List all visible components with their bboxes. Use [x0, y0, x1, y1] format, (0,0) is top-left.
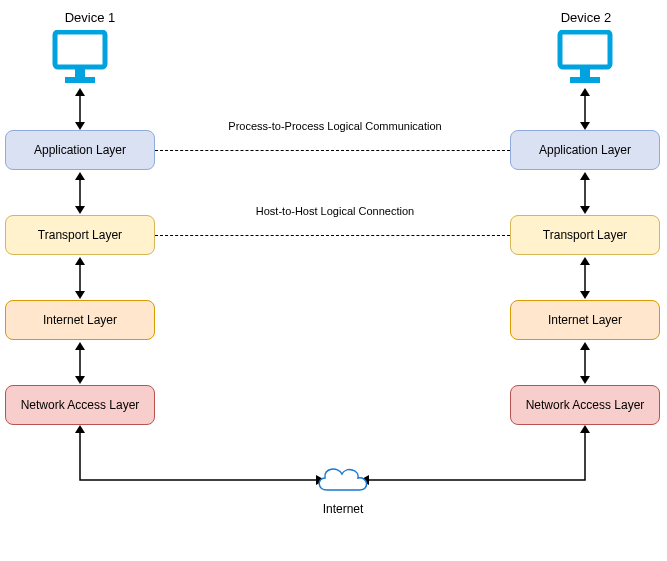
svg-rect-5: [570, 77, 600, 83]
svg-marker-32: [580, 425, 590, 433]
svg-marker-23: [580, 206, 590, 214]
svg-rect-3: [560, 32, 610, 67]
layer-label: Network Access Layer: [21, 398, 140, 412]
monitor-icon: [555, 30, 615, 85]
layer-network-d2: Network Access Layer: [510, 385, 660, 425]
svg-marker-29: [580, 376, 590, 384]
connection-d1-to-cloud: [70, 425, 325, 500]
layer-label: Network Access Layer: [526, 398, 645, 412]
svg-rect-0: [55, 32, 105, 67]
svg-rect-2: [65, 77, 95, 83]
layer-network-d1: Network Access Layer: [5, 385, 155, 425]
double-arrow-vertical: [577, 257, 593, 299]
monitor-icon: [50, 30, 110, 85]
layer-transport-d2: Transport Layer: [510, 215, 660, 255]
communication-label-transport: Host-to-Host Logical Connection: [235, 205, 435, 217]
layer-label: Transport Layer: [543, 228, 627, 242]
layer-application-d1: Application Layer: [5, 130, 155, 170]
dashed-connection-transport: [155, 235, 510, 236]
dashed-connection-app: [155, 150, 510, 151]
svg-marker-14: [75, 291, 85, 299]
layer-label: Application Layer: [539, 143, 631, 157]
svg-marker-10: [75, 172, 85, 180]
layer-label: Internet Layer: [548, 313, 622, 327]
svg-marker-16: [75, 342, 85, 350]
layer-internet-d1: Internet Layer: [5, 300, 155, 340]
svg-marker-20: [580, 122, 590, 130]
svg-marker-26: [580, 291, 590, 299]
svg-rect-4: [580, 67, 590, 77]
internet-label: Internet: [318, 502, 368, 516]
svg-marker-11: [75, 206, 85, 214]
svg-marker-17: [75, 376, 85, 384]
svg-marker-22: [580, 172, 590, 180]
double-arrow-vertical: [72, 342, 88, 384]
svg-marker-7: [75, 88, 85, 96]
layer-label: Transport Layer: [38, 228, 122, 242]
communication-label-app: Process-to-Process Logical Communication: [205, 120, 465, 132]
double-arrow-vertical: [577, 88, 593, 130]
double-arrow-vertical: [72, 172, 88, 214]
double-arrow-vertical: [577, 172, 593, 214]
svg-marker-30: [75, 425, 85, 433]
double-arrow-vertical: [577, 342, 593, 384]
cloud-icon: [312, 460, 372, 500]
svg-marker-25: [580, 257, 590, 265]
svg-marker-28: [580, 342, 590, 350]
device2-label: Device 2: [556, 10, 616, 25]
svg-rect-1: [75, 67, 85, 77]
svg-marker-8: [75, 122, 85, 130]
svg-marker-19: [580, 88, 590, 96]
layer-label: Application Layer: [34, 143, 126, 157]
connection-d2-to-cloud: [360, 425, 595, 500]
device1-label: Device 1: [60, 10, 120, 25]
double-arrow-vertical: [72, 88, 88, 130]
layer-label: Internet Layer: [43, 313, 117, 327]
layer-internet-d2: Internet Layer: [510, 300, 660, 340]
layer-transport-d1: Transport Layer: [5, 215, 155, 255]
layer-application-d2: Application Layer: [510, 130, 660, 170]
svg-marker-13: [75, 257, 85, 265]
double-arrow-vertical: [72, 257, 88, 299]
